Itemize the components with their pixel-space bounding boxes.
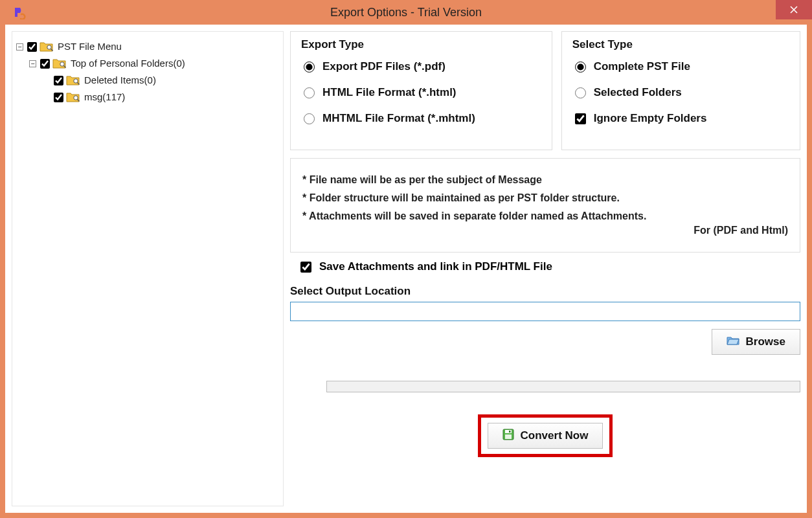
svg-point-1 xyxy=(60,62,64,66)
radio-selected-folders[interactable]: Selected Folders xyxy=(572,86,789,99)
tree-label: Top of Personal Folders(0) xyxy=(71,55,185,72)
select-type-group: Select Type Complete PST File Selected F… xyxy=(561,31,800,150)
output-section: Select Output Location Browse xyxy=(290,285,800,355)
radio-input[interactable] xyxy=(304,87,315,98)
radio-input[interactable] xyxy=(304,62,315,73)
radio-label: MHTML File Format (*.mhtml) xyxy=(322,112,475,125)
radio-export-pdf[interactable]: Export PDF Files (*.pdf) xyxy=(301,60,541,73)
folder-open-icon xyxy=(727,335,739,349)
browse-button[interactable]: Browse xyxy=(712,329,800,355)
top-groups: Export Type Export PDF Files (*.pdf) HTM… xyxy=(290,31,800,150)
svg-point-0 xyxy=(47,45,51,49)
tree-checkbox[interactable] xyxy=(54,93,63,102)
group-title: Select Type xyxy=(572,38,789,51)
tree-label: Deleted Items(0) xyxy=(84,72,156,89)
window: Export Options - Trial Version − PST Fil… xyxy=(0,0,812,518)
checkbox-label: Ignore Empty Folders xyxy=(594,112,707,125)
checkbox-label: Save Attachments and link in PDF/HTML Fi… xyxy=(319,260,552,273)
check-ignore-empty[interactable]: Ignore Empty Folders xyxy=(572,112,789,125)
button-label: Convert Now xyxy=(521,429,589,442)
export-type-group: Export Type Export PDF Files (*.pdf) HTM… xyxy=(290,31,552,150)
convert-now-button[interactable]: Convert Now xyxy=(488,423,603,449)
svg-rect-7 xyxy=(505,434,512,439)
folder-search-icon xyxy=(39,41,54,52)
folder-search-icon xyxy=(66,91,80,103)
checkbox-input[interactable] xyxy=(575,113,586,124)
window-title: Export Options - Trial Version xyxy=(330,6,482,19)
tree-row-deleted[interactable]: Deleted Items(0) xyxy=(16,72,279,89)
radio-label: Complete PST File xyxy=(594,60,690,73)
radio-input[interactable] xyxy=(304,113,315,124)
tree-row-root[interactable]: − PST File Menu xyxy=(16,38,279,55)
close-button[interactable] xyxy=(776,0,812,19)
radio-label: HTML File Format (*.html) xyxy=(322,86,457,99)
tree-checkbox[interactable] xyxy=(27,42,37,52)
close-icon xyxy=(790,6,798,14)
svg-point-3 xyxy=(74,96,78,100)
radio-export-mhtml[interactable]: MHTML File Format (*.mhtml) xyxy=(301,112,541,125)
radio-label: Selected Folders xyxy=(594,86,682,99)
group-title: Export Type xyxy=(301,38,541,51)
folder-tree: − PST File Menu − Top of Personal Folder… xyxy=(16,38,279,106)
folder-search-icon xyxy=(66,74,80,86)
radio-label: Export PDF Files (*.pdf) xyxy=(322,60,445,73)
tree-row-top[interactable]: − Top of Personal Folders(0) xyxy=(16,55,279,72)
note-line: * File name will be as per the subject o… xyxy=(302,174,788,186)
folder-tree-panel: − PST File Menu − Top of Personal Folder… xyxy=(12,31,284,506)
titlebar: Export Options - Trial Version xyxy=(0,0,812,25)
output-location-label: Select Output Location xyxy=(290,285,800,298)
expand-toggle[interactable]: − xyxy=(29,60,36,67)
note-line: * Attachments will be saved in separate … xyxy=(302,210,788,222)
tree-row-msg[interactable]: msg(117) xyxy=(16,89,279,106)
output-location-input[interactable] xyxy=(290,302,800,321)
radio-input[interactable] xyxy=(575,62,586,73)
convert-highlight: Convert Now xyxy=(478,414,613,457)
notes-box: * File name will be as per the subject o… xyxy=(290,158,800,253)
button-label: Browse xyxy=(746,335,785,348)
note-line-sub: For (PDF and Html) xyxy=(302,225,788,236)
checkbox-input[interactable] xyxy=(300,262,311,273)
options-panel: Export Type Export PDF Files (*.pdf) HTM… xyxy=(290,31,800,506)
save-disk-icon xyxy=(502,429,514,444)
note-line: * Folder structure will be maintained as… xyxy=(302,192,788,204)
app-icon xyxy=(12,5,27,20)
svg-rect-6 xyxy=(509,431,511,433)
folder-search-icon xyxy=(52,58,67,69)
radio-complete-pst[interactable]: Complete PST File xyxy=(572,60,789,73)
tree-label: PST File Menu xyxy=(58,38,122,55)
tree-checkbox[interactable] xyxy=(54,76,63,85)
svg-point-2 xyxy=(74,79,78,83)
convert-row: Convert Now xyxy=(290,414,800,457)
tree-checkbox[interactable] xyxy=(40,59,50,69)
tree-label: msg(117) xyxy=(84,89,125,106)
progress-bar xyxy=(326,381,800,392)
content-area: − PST File Menu − Top of Personal Folder… xyxy=(5,25,807,513)
check-save-attachments[interactable]: Save Attachments and link in PDF/HTML Fi… xyxy=(290,260,800,273)
radio-export-html[interactable]: HTML File Format (*.html) xyxy=(301,86,541,99)
radio-input[interactable] xyxy=(575,87,586,98)
expand-toggle[interactable]: − xyxy=(16,43,23,51)
